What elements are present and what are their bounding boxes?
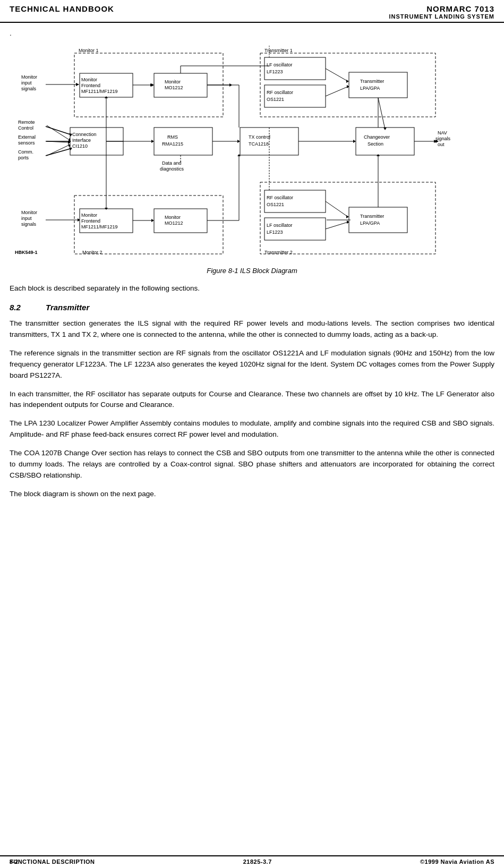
svg-text:LPA/GPA: LPA/GPA [360,86,380,91]
svg-text:Monitor 2: Monitor 2 [82,250,102,255]
page-number: 8-2 [10,858,18,865]
svg-text:Monitor 1: Monitor 1 [79,48,99,53]
svg-marker-60 [237,140,240,143]
svg-text:RF oscillator: RF oscillator [267,195,293,200]
svg-text:Frontend: Frontend [81,83,100,88]
svg-text:TCA1218: TCA1218 [249,141,269,147]
svg-text:Comm.: Comm. [18,149,33,155]
svg-marker-65 [353,140,356,143]
svg-text:LF1223: LF1223 [267,69,283,74]
header-title-left: TECHNICAL HANDBOOK [10,4,114,13]
svg-text:Transmitter 1: Transmitter 1 [264,48,293,53]
svg-line-39 [326,69,348,81]
svg-text:Transmitter 2: Transmitter 2 [264,250,293,255]
svg-rect-33 [264,57,326,80]
svg-text:Monitor: Monitor [81,212,97,218]
svg-text:Transmitter: Transmitter [360,79,384,84]
header-normarc: NORMARC 7013 [389,4,494,13]
section-heading: 8.2 Transmitter [10,303,494,312]
svg-text:HBK549-1: HBK549-1 [15,250,38,255]
svg-text:OS1221: OS1221 [267,202,284,207]
svg-text:Transmitter: Transmitter [360,214,384,219]
svg-rect-36 [264,85,326,107]
svg-line-41 [326,87,348,96]
svg-text:sensors: sensors [18,140,35,146]
svg-text:RMA1215: RMA1215 [162,141,183,147]
svg-text:RMS: RMS [167,134,178,140]
footer-center: 21825-3.7 [243,858,272,865]
svg-text:input: input [21,216,32,221]
svg-rect-43 [349,72,407,98]
svg-text:Control: Control [18,125,33,131]
paragraph-5: The COA 1207B Change Over section has re… [10,448,494,481]
svg-line-83 [326,201,348,217]
svg-marker-40 [346,80,349,83]
svg-text:TX control: TX control [249,134,270,140]
svg-text:Monitor: Monitor [21,74,37,80]
svg-line-75 [378,98,385,129]
svg-marker-52 [151,140,154,143]
page-wrapper: TECHNICAL HANDBOOK NORMARC 7013 INSTRUME… [0,0,504,867]
svg-text:Frontend: Frontend [81,218,100,224]
svg-text:Monitor: Monitor [81,77,97,82]
svg-text:Section: Section [368,141,383,147]
svg-text:signals: signals [435,136,451,141]
svg-text:CI1210: CI1210 [72,143,88,149]
svg-marker-84 [346,215,349,218]
svg-text:MO1212: MO1212 [165,220,183,226]
svg-text:LF1223: LF1223 [267,230,283,235]
svg-line-85 [326,222,348,229]
svg-text:External: External [18,134,36,140]
svg-text:Interface: Interface [72,138,91,143]
paragraph-2: The reference signals in the transmitter… [10,348,494,381]
header-right: NORMARC 7013 INSTRUMENT LANDING SYSTEM [389,4,494,20]
svg-text:MF1211/MF1219: MF1211/MF1219 [81,89,118,94]
section-number: 8.2 [10,303,31,312]
svg-text:OS1221: OS1221 [267,97,284,102]
svg-text:LF oscillator: LF oscillator [267,223,293,228]
figure-caption: Figure 8-1 ILS Block Diagram [10,267,494,275]
block-diagram: Monitor 1 Transmitter 1 Remote Control E… [11,41,494,265]
svg-text:Monitor: Monitor [165,215,181,220]
svg-text:out: out [438,142,445,147]
svg-text:signals: signals [21,86,37,91]
svg-text:NAV: NAV [438,130,447,135]
svg-rect-87 [349,207,407,233]
paragraph-3: In each transmitter, the RF oscillator h… [10,389,494,411]
svg-text:ports: ports [18,155,29,160]
svg-text:LF oscillator: LF oscillator [267,62,293,67]
section-title: Transmitter [46,303,89,312]
svg-text:signals: signals [21,222,37,227]
paragraph-6: The block diagram is shown on the next p… [10,489,494,500]
svg-text:Changeover: Changeover [364,134,390,140]
header-subtitle: INSTRUMENT LANDING SYSTEM [389,13,494,20]
svg-text:Connection: Connection [72,132,97,137]
svg-text:Monitor: Monitor [21,210,37,215]
svg-rect-77 [264,190,326,212]
svg-text:Monitor: Monitor [165,79,181,84]
footer-left: FUNCTIONAL DESCRIPTION [10,858,95,865]
svg-rect-66 [356,128,414,155]
paragraph-intro: Each block is described separately in th… [10,283,494,294]
page-footer: FUNCTIONAL DESCRIPTION 21825-3.7 ©1999 N… [0,855,504,867]
paragraph-4: The LPA 1230 Localizer Power Amplifier A… [10,418,494,440]
svg-text:input: input [21,80,32,86]
page-content: . Monitor 1 Transmitter 1 Remote Control… [0,23,504,539]
svg-text:Data and: Data and [162,160,182,166]
svg-line-129 [46,149,70,156]
svg-line-125 [46,126,70,134]
svg-marker-102 [151,219,154,222]
svg-marker-27 [151,83,154,87]
svg-rect-80 [264,218,326,240]
svg-text:MO1212: MO1212 [165,85,183,90]
dot-separator: . [10,29,494,37]
svg-text:RF oscillator: RF oscillator [267,90,293,95]
svg-text:diagnostics: diagnostics [160,166,184,172]
paragraph-1: The transmitter section generates the IL… [10,318,494,341]
svg-text:MF1211/MF1219: MF1211/MF1219 [81,224,118,230]
page-header: TECHNICAL HANDBOOK NORMARC 7013 INSTRUME… [0,0,504,23]
svg-text:Remote: Remote [18,120,35,125]
svg-text:LPA/GPA: LPA/GPA [360,220,380,226]
footer-right: ©1999 Navia Aviation AS [420,858,494,865]
